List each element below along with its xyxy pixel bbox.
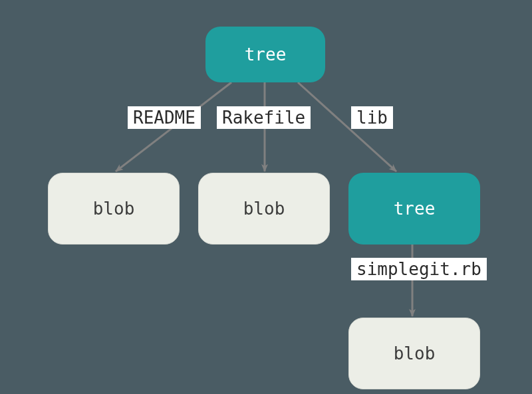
blob-node: blob	[348, 318, 480, 389]
node-label: blob	[394, 344, 436, 363]
blob-node: blob	[198, 173, 330, 245]
edge-label-rakefile: Rakefile	[217, 106, 311, 129]
node-label: blob	[243, 199, 285, 219]
blob-node: blob	[48, 173, 180, 245]
root-tree-node: tree	[205, 27, 325, 82]
node-label: tree	[245, 45, 287, 64]
edge-label-simplegit: simplegit.rb	[351, 258, 487, 280]
edge-label-readme: README	[128, 106, 201, 129]
node-label: blob	[93, 199, 135, 219]
tree-node: tree	[348, 173, 480, 245]
node-label: tree	[394, 199, 436, 219]
edge-label-lib: lib	[351, 106, 393, 129]
